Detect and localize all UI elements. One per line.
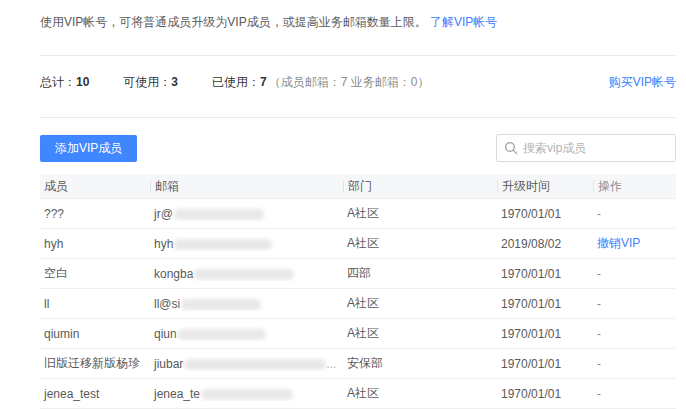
redacted-email <box>174 209 264 220</box>
intro-text: 使用VIP帐号，可将普通成员升级为VIP成员，或提高业务邮箱数量上限。 了解VI… <box>0 0 686 30</box>
member-dept: 四部 <box>343 265 497 282</box>
search-icon <box>504 141 518 155</box>
email-ellipsis: ... <box>326 357 336 371</box>
row-action: - <box>593 357 676 371</box>
email-prefix: jenea_te <box>154 387 200 401</box>
upgrade-time: 1970/01/01 <box>497 207 593 221</box>
table-row: hyh hyh A社区 2019/08/02 撤销VIP <box>40 229 676 259</box>
col-dept: 部门 <box>343 180 497 193</box>
email-prefix: kongba <box>154 267 193 281</box>
vip-members-table: 成员 邮箱 部门 升级时间 操作 ??? jr@ A社区 1970/01/01 … <box>40 174 676 409</box>
member-email: jr@ <box>150 207 343 221</box>
stat-used-value: 7 <box>260 75 267 89</box>
row-action: - <box>593 207 676 221</box>
table-row: ll ll@si A社区 1970/01/01 - <box>40 289 676 319</box>
toolbar: 添加VIP成员 <box>40 134 676 162</box>
row-action: - <box>593 267 676 281</box>
intro-description: 使用VIP帐号，可将普通成员升级为VIP成员，或提高业务邮箱数量上限。 <box>40 15 427 29</box>
row-action: - <box>593 297 676 311</box>
member-email: jenea_te <box>150 387 343 401</box>
divider-stats <box>40 117 676 118</box>
table-row: jenea_test jenea_te A社区 1970/01/01 - <box>40 379 676 409</box>
redacted-email <box>178 329 266 340</box>
table-header: 成员 邮箱 部门 升级时间 操作 <box>40 174 676 199</box>
upgrade-time: 2019/08/02 <box>497 237 593 251</box>
member-name: ll <box>40 297 150 311</box>
redacted-email <box>194 269 294 280</box>
member-name: 空白 <box>40 265 150 282</box>
member-dept: A社区 <box>343 205 497 222</box>
buy-vip-link[interactable]: 购买VIP帐号 <box>609 74 676 91</box>
member-name: ??? <box>40 207 150 221</box>
learn-vip-link[interactable]: 了解VIP帐号 <box>430 15 497 29</box>
col-time: 升级时间 <box>497 180 593 193</box>
email-prefix: jr@ <box>154 207 173 221</box>
member-name: 旧版迁移新版杨珍 <box>40 355 150 372</box>
col-member: 成员 <box>40 180 150 193</box>
member-name: hyh <box>40 237 150 251</box>
upgrade-time: 1970/01/01 <box>497 387 593 401</box>
member-dept: A社区 <box>343 295 497 312</box>
stats-bar: 总计：10 可使用：3 已使用：7（成员邮箱：7 业务邮箱：0） 购买VIP帐号 <box>0 56 686 117</box>
email-prefix: hyh <box>154 237 173 251</box>
table-row: qiumin qiun A社区 1970/01/01 - <box>40 319 676 349</box>
member-email: qiun <box>150 327 343 341</box>
email-prefix: ll@si <box>154 297 180 311</box>
member-email: ll@si <box>150 297 343 311</box>
email-prefix: jiubar <box>154 357 183 371</box>
table-row: 旧版迁移新版杨珍 jiubar... 安保部 1970/01/01 - <box>40 349 676 379</box>
member-dept: A社区 <box>343 385 497 402</box>
upgrade-time: 1970/01/01 <box>497 297 593 311</box>
member-email: hyh <box>150 237 343 251</box>
redacted-email <box>201 389 293 400</box>
upgrade-time: 1970/01/01 <box>497 327 593 341</box>
redacted-email <box>174 239 272 250</box>
row-action: - <box>593 327 676 341</box>
stat-total: 总计：10 <box>40 74 89 91</box>
search-box <box>496 134 676 162</box>
upgrade-time: 1970/01/01 <box>497 357 593 371</box>
member-name: qiumin <box>40 327 150 341</box>
add-vip-button[interactable]: 添加VIP成员 <box>40 135 137 162</box>
col-action: 操作 <box>593 180 676 193</box>
member-email: jiubar... <box>150 357 343 371</box>
table-row: ??? jr@ A社区 1970/01/01 - <box>40 199 676 229</box>
stat-total-value: 10 <box>76 75 89 89</box>
row-action[interactable]: 撤销VIP <box>593 235 676 252</box>
row-action: - <box>593 387 676 401</box>
member-email: kongba <box>150 267 343 281</box>
search-input[interactable] <box>496 134 676 162</box>
member-dept: A社区 <box>343 325 497 342</box>
redacted-email <box>184 359 326 370</box>
upgrade-time: 1970/01/01 <box>497 267 593 281</box>
member-dept: A社区 <box>343 235 497 252</box>
member-name: jenea_test <box>40 387 150 401</box>
col-email: 邮箱 <box>150 180 343 193</box>
stat-used-label: 已使用： <box>212 75 260 89</box>
member-dept: 安保部 <box>343 355 497 372</box>
stat-total-label: 总计： <box>40 75 76 89</box>
stat-available-label: 可使用： <box>123 75 171 89</box>
stat-used: 已使用：7（成员邮箱：7 业务邮箱：0） <box>212 74 429 91</box>
table-body: ??? jr@ A社区 1970/01/01 - hyh hyh A社区 201… <box>40 199 676 409</box>
stat-available-value: 3 <box>171 75 178 89</box>
table-row: 空白 kongba 四部 1970/01/01 - <box>40 259 676 289</box>
email-prefix: qiun <box>154 327 177 341</box>
stat-used-detail: （成员邮箱：7 业务邮箱：0） <box>269 75 430 89</box>
redacted-email <box>181 299 261 310</box>
stat-available: 可使用：3 <box>123 74 178 91</box>
